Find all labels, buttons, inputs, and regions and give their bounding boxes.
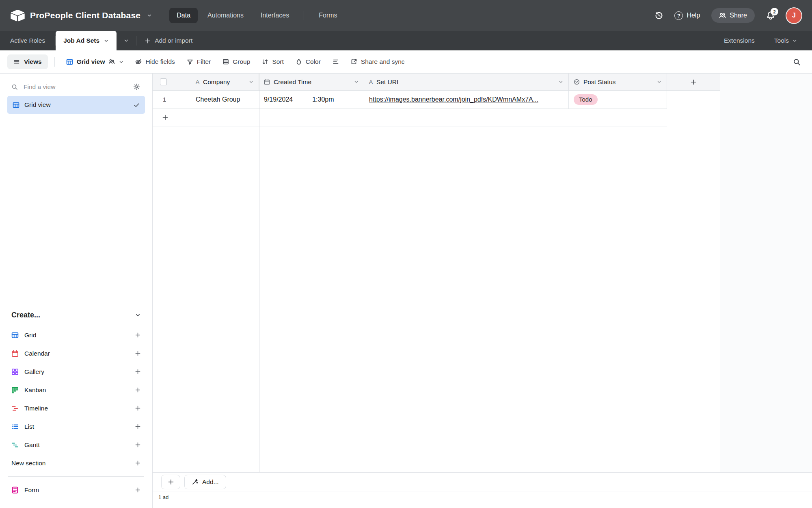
current-view-button[interactable]: Grid view xyxy=(61,55,129,69)
group-button[interactable]: Group xyxy=(217,54,255,69)
table-tab-active-roles[interactable]: Active Roles xyxy=(0,31,55,50)
cell-set-url[interactable]: https://images.bannerbear.com/join_pdfs/… xyxy=(364,91,569,109)
create-item-grid[interactable]: Grid xyxy=(7,326,145,344)
view-settings-button[interactable] xyxy=(132,82,141,91)
column-header-post-status[interactable]: Post Status xyxy=(569,74,667,90)
nav-tab-forms[interactable]: Forms xyxy=(311,8,344,23)
plus-icon[interactable] xyxy=(135,350,141,356)
record-count-bar: 1 ad xyxy=(153,491,812,508)
form-icon xyxy=(11,486,19,494)
sort-button[interactable]: Sort xyxy=(257,54,289,69)
user-avatar[interactable]: J xyxy=(786,8,801,23)
hide-fields-button[interactable]: Hide fields xyxy=(130,54,180,69)
plus-icon[interactable] xyxy=(135,369,141,375)
plus-icon[interactable] xyxy=(135,387,141,393)
search-icon xyxy=(793,58,801,66)
help-icon: ? xyxy=(674,11,683,20)
plus-icon[interactable] xyxy=(135,460,141,466)
share-and-sync-button[interactable]: Share and sync xyxy=(346,54,410,69)
nav-tab-data[interactable]: Data xyxy=(169,8,198,23)
share-button[interactable]: Share xyxy=(711,8,755,23)
chevron-down-icon[interactable] xyxy=(354,79,359,85)
chevron-down-icon xyxy=(119,59,124,65)
base-title[interactable]: ProPeople Client Database xyxy=(30,11,140,20)
sidebar-view-grid-view[interactable]: Grid view xyxy=(7,96,145,114)
table-tab-job-ad-sets[interactable]: Job Ad Sets xyxy=(56,31,117,50)
color-button[interactable]: Color xyxy=(290,54,326,69)
nav-tab-interfaces[interactable]: Interfaces xyxy=(253,8,296,23)
table-list-dropdown-button[interactable] xyxy=(117,31,136,50)
history-button[interactable] xyxy=(655,11,663,20)
chevron-down-icon[interactable] xyxy=(657,79,662,85)
add-record-button[interactable] xyxy=(161,475,180,489)
select-all-checkbox[interactable] xyxy=(160,78,167,85)
plus-icon[interactable] xyxy=(135,423,141,430)
base-title-group: ProPeople Client Database xyxy=(11,9,152,22)
help-button[interactable]: ? Help xyxy=(674,11,700,20)
list-icon xyxy=(11,423,19,430)
cell-post-status[interactable]: Todo xyxy=(569,91,667,109)
sort-icon xyxy=(262,59,268,65)
topbar: ProPeople Client Database Data Automatio… xyxy=(0,0,812,31)
cell-created-time[interactable]: 9/19/2024 1:30pm xyxy=(259,91,364,109)
sort-label: Sort xyxy=(272,58,283,65)
plus-icon[interactable] xyxy=(135,487,141,493)
create-item-form[interactable]: Form xyxy=(7,481,145,499)
grid-view-icon xyxy=(13,102,19,109)
create-item-label: New section xyxy=(11,460,45,467)
tabbar-right: Extensions Tools xyxy=(721,31,812,50)
base-title-chevron-icon[interactable] xyxy=(147,13,152,18)
tools-button[interactable]: Tools xyxy=(772,37,800,45)
search-button[interactable] xyxy=(789,55,805,69)
plus-icon xyxy=(162,114,168,121)
nav-tab-automations[interactable]: Automations xyxy=(200,8,251,23)
find-view-input[interactable] xyxy=(23,83,127,91)
sidebar-spacer xyxy=(7,114,145,307)
group-label: Group xyxy=(233,58,250,65)
kanban-icon xyxy=(11,386,19,394)
table-tabbar: Active Roles Job Ad Sets Add or import E… xyxy=(0,31,812,50)
create-item-list[interactable]: List xyxy=(7,417,145,436)
plus-icon[interactable] xyxy=(135,442,141,448)
column-header-set-url[interactable]: A Set URL xyxy=(364,74,569,90)
create-item-new-section[interactable]: New section xyxy=(7,454,145,472)
single-select-field-icon xyxy=(574,79,580,85)
create-item-kanban[interactable]: Kanban xyxy=(7,381,145,399)
create-item-label: Timeline xyxy=(24,405,48,412)
plus-icon[interactable] xyxy=(135,405,141,411)
create-item-timeline[interactable]: Timeline xyxy=(7,399,145,417)
filter-button[interactable]: Filter xyxy=(181,54,216,69)
row-height-button[interactable] xyxy=(327,55,344,69)
content: Grid view Create... Grid Calendar xyxy=(0,74,812,508)
views-sidebar: Grid view Create... Grid Calendar xyxy=(0,74,153,508)
chevron-down-icon[interactable] xyxy=(558,79,564,85)
plus-icon[interactable] xyxy=(135,332,141,338)
create-item-label: Gantt xyxy=(24,441,40,449)
chevron-down-icon[interactable] xyxy=(248,79,254,85)
group-icon xyxy=(222,59,229,65)
column-header-company[interactable]: A Company xyxy=(191,74,259,90)
create-section-header[interactable]: Create... xyxy=(7,307,145,326)
current-view-label: Grid view xyxy=(77,58,105,65)
create-item-gallery[interactable]: Gallery xyxy=(7,363,145,381)
url-link[interactable]: https://images.bannerbear.com/join_pdfs/… xyxy=(369,96,538,103)
views-label: Views xyxy=(24,58,42,65)
row-number[interactable]: 1 xyxy=(153,91,191,109)
create-item-calendar[interactable]: Calendar xyxy=(7,344,145,363)
notifications-button[interactable]: 2 xyxy=(766,11,775,20)
extensions-button[interactable]: Extensions xyxy=(721,37,757,45)
table-row: 1 Cheetah Group 9/19/2024 1:30pm https:/… xyxy=(153,91,667,109)
add-or-import-button[interactable]: Add or import xyxy=(136,31,201,50)
column-label: Company xyxy=(203,78,230,86)
column-header-created-time[interactable]: Created Time xyxy=(259,74,364,90)
add-row-button[interactable] xyxy=(153,109,667,126)
cell-date: 9/19/2024 xyxy=(264,96,293,103)
views-button[interactable]: Views xyxy=(7,54,48,69)
create-item-gantt[interactable]: Gantt xyxy=(7,436,145,454)
add-field-button[interactable] xyxy=(667,74,720,90)
add-or-import-label: Add or import xyxy=(155,37,192,44)
add-with-ai-button[interactable]: Add... xyxy=(184,475,226,489)
cell-company[interactable]: Cheetah Group xyxy=(191,91,259,109)
view-toolbar: Views Grid view Hide fields Filter Group xyxy=(0,50,812,74)
gallery-icon xyxy=(11,368,19,376)
